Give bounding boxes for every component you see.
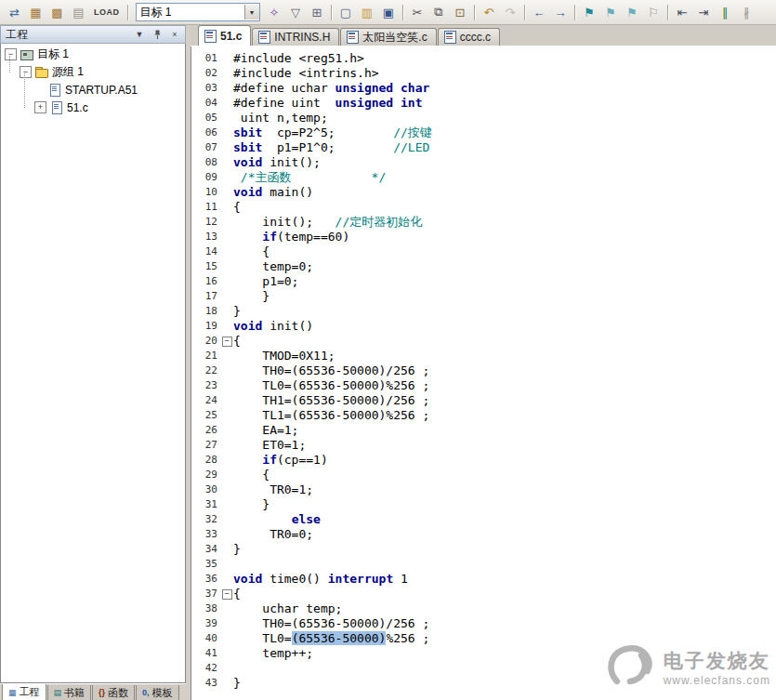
panel-tab-书籍[interactable]: ▤书籍 bbox=[47, 685, 92, 700]
code-line[interactable]: 16 p1=0; bbox=[191, 274, 776, 289]
tab-INTRINS.H[interactable]: INTRINS.H bbox=[252, 28, 339, 46]
tree-item-source-group-1[interactable]: −源组 1 bbox=[1, 63, 185, 81]
rebuild-all-icon[interactable]: ▩ bbox=[46, 3, 68, 22]
code-text: { bbox=[233, 244, 776, 259]
target-options-icon[interactable]: ✧ bbox=[264, 3, 285, 22]
load-button[interactable]: LOAD bbox=[89, 4, 125, 20]
code-line[interactable]: 26 EA=1; bbox=[191, 423, 776, 438]
code-line[interactable]: 15 temp=0; bbox=[191, 259, 776, 274]
cut-icon[interactable]: ✂ bbox=[407, 3, 428, 22]
fold-spacer bbox=[220, 378, 233, 393]
code-line[interactable]: 18} bbox=[191, 304, 776, 319]
file-extensions-icon[interactable]: ▽ bbox=[285, 3, 307, 22]
code-line[interactable]: 31 } bbox=[191, 497, 776, 512]
tab-51.c[interactable]: 51.c bbox=[198, 25, 251, 46]
code-line[interactable]: 03#define uchar unsigned char bbox=[191, 81, 776, 96]
code-line[interactable]: 19void init() bbox=[191, 319, 776, 334]
code-area[interactable]: 01#include <reg51.h>02#include <intrins.… bbox=[191, 51, 776, 700]
code-line[interactable]: 09 /*主函数 */ bbox=[191, 170, 776, 185]
build-target-icon[interactable]: ▦ bbox=[25, 3, 46, 22]
clear-bookmarks-icon[interactable]: ⚐ bbox=[643, 3, 664, 22]
code-line[interactable]: 11{ bbox=[191, 200, 776, 215]
collapse-icon[interactable]: − bbox=[5, 48, 17, 60]
panel-tab-工程[interactable]: ▦工程 bbox=[2, 684, 46, 700]
unindent-icon[interactable]: ⇤ bbox=[672, 3, 693, 22]
collapse-icon[interactable]: − bbox=[20, 66, 32, 78]
copy-icon[interactable]: ⧉ bbox=[428, 3, 450, 22]
code-line[interactable]: 22 TH0=(65536-50000)/256 ; bbox=[191, 363, 776, 378]
chevron-down-icon[interactable]: ▼ bbox=[132, 28, 147, 42]
prev-bookmark-icon[interactable]: ⚑ bbox=[600, 3, 622, 22]
code-line[interactable]: 12 init(); //定时器初始化 bbox=[191, 215, 776, 230]
manage-components-icon[interactable]: ⊞ bbox=[307, 3, 328, 22]
code-line[interactable]: 33 TR0=0; bbox=[191, 527, 776, 542]
tree-item-target-1[interactable]: −目标 1 bbox=[1, 46, 185, 63]
code-line[interactable]: 20−{ bbox=[191, 334, 776, 349]
code-line[interactable]: 01#include <reg51.h> bbox=[191, 51, 776, 66]
code-line[interactable]: 04#define uint unsigned int bbox=[191, 96, 776, 111]
tree-item-startup-a51[interactable]: STARTUP.A51 bbox=[1, 81, 185, 99]
redo-icon[interactable]: ↷ bbox=[500, 3, 521, 22]
pin-icon[interactable] bbox=[150, 28, 164, 42]
tree-item-51-c[interactable]: +51.c bbox=[1, 99, 185, 116]
code-line[interactable]: 39 TH0=(65536-50000)/256 ; bbox=[191, 616, 776, 631]
code-editor[interactable]: 01#include <reg51.h>02#include <intrins.… bbox=[191, 46, 776, 700]
toggle-bookmark-icon[interactable]: ⚑ bbox=[579, 3, 600, 22]
line-number: 19 bbox=[191, 319, 220, 334]
new-file-icon[interactable]: ▢ bbox=[335, 3, 357, 22]
code-line[interactable]: 24 TH1=(65536-50000)/256 ; bbox=[191, 393, 776, 408]
code-line[interactable]: 06sbit cp=P2^5; //按键 bbox=[191, 125, 776, 140]
comment-icon[interactable]: ∥ bbox=[715, 3, 736, 22]
panel-tab-模板[interactable]: 0,模板 bbox=[136, 685, 179, 700]
target-combobox[interactable]: 目标 1▼ bbox=[136, 3, 260, 21]
next-bookmark-icon[interactable]: ⚑ bbox=[622, 3, 643, 22]
fold-spacer bbox=[220, 646, 233, 661]
code-line[interactable]: 41 temp++; bbox=[191, 646, 776, 661]
tab-太阳当空笑.c[interactable]: 太阳当空笑.c bbox=[340, 28, 436, 46]
code-line[interactable]: 02#include <intrins.h> bbox=[191, 66, 776, 81]
paste-icon[interactable]: ⊡ bbox=[450, 3, 471, 22]
fold-collapse-icon[interactable]: − bbox=[220, 334, 233, 349]
code-line[interactable]: 35 bbox=[191, 557, 776, 572]
expand-icon[interactable]: + bbox=[34, 101, 46, 113]
code-line[interactable]: 25 TL1=(65536-50000)%256 ; bbox=[191, 408, 776, 423]
code-line[interactable]: 21 TMOD=0X11; bbox=[191, 349, 776, 363]
code-line[interactable]: 38 uchar temp; bbox=[191, 601, 776, 616]
code-line[interactable]: 42 bbox=[191, 661, 776, 676]
tab-cccc.c[interactable]: cccc.c bbox=[438, 28, 500, 46]
translate-file-icon[interactable]: ⇄ bbox=[4, 3, 25, 22]
save-file-icon[interactable]: ▣ bbox=[378, 3, 400, 22]
fold-collapse-icon[interactable]: − bbox=[220, 587, 233, 601]
navigate-forward-icon[interactable]: → bbox=[550, 3, 572, 22]
code-line[interactable]: 36void time0() interrupt 1 bbox=[191, 572, 776, 587]
code-line[interactable]: 17 } bbox=[191, 289, 776, 304]
code-line[interactable]: 05 uint n,temp; bbox=[191, 111, 776, 125]
code-line[interactable]: 43} bbox=[191, 676, 776, 691]
project-tree[interactable]: −目标 1−源组 1STARTUP.A51+51.c bbox=[0, 44, 186, 683]
code-line[interactable]: 13 if(temp==60) bbox=[191, 230, 776, 244]
code-line[interactable]: 28 if(cp==1) bbox=[191, 453, 776, 468]
code-line[interactable]: 34} bbox=[191, 542, 776, 557]
indent-icon[interactable]: ⇥ bbox=[693, 3, 715, 22]
code-line[interactable]: 07sbit p1=P1^0; //LED bbox=[191, 140, 776, 155]
batch-build-icon[interactable]: ▤ bbox=[68, 3, 89, 22]
fold-spacer bbox=[220, 155, 233, 170]
close-icon[interactable]: × bbox=[167, 28, 182, 42]
code-line[interactable]: 23 TL0=(65536-50000)%256 ; bbox=[191, 378, 776, 393]
code-line[interactable]: 32 else bbox=[191, 512, 776, 527]
code-line[interactable]: 37−{ bbox=[191, 587, 776, 601]
code-line[interactable]: 40 TL0=(65536-50000)%256 ; bbox=[191, 631, 776, 646]
code-line[interactable]: 27 ET0=1; bbox=[191, 438, 776, 453]
code-line[interactable]: 08void init(); bbox=[191, 155, 776, 170]
code-line[interactable]: 29 { bbox=[191, 468, 776, 482]
uncomment-icon[interactable]: ∦ bbox=[736, 3, 757, 22]
panel-tab-函数[interactable]: {}函数 bbox=[92, 685, 135, 700]
code-line[interactable]: 30 TR0=1; bbox=[191, 482, 776, 497]
chevron-down-icon[interactable]: ▼ bbox=[244, 5, 259, 20]
open-folder-icon[interactable]: ▥ bbox=[357, 3, 378, 22]
fold-spacer bbox=[220, 616, 233, 631]
undo-icon[interactable]: ↶ bbox=[479, 3, 500, 22]
code-line[interactable]: 14 { bbox=[191, 244, 776, 259]
navigate-back-icon[interactable]: ← bbox=[529, 3, 550, 22]
code-line[interactable]: 10void main() bbox=[191, 185, 776, 200]
